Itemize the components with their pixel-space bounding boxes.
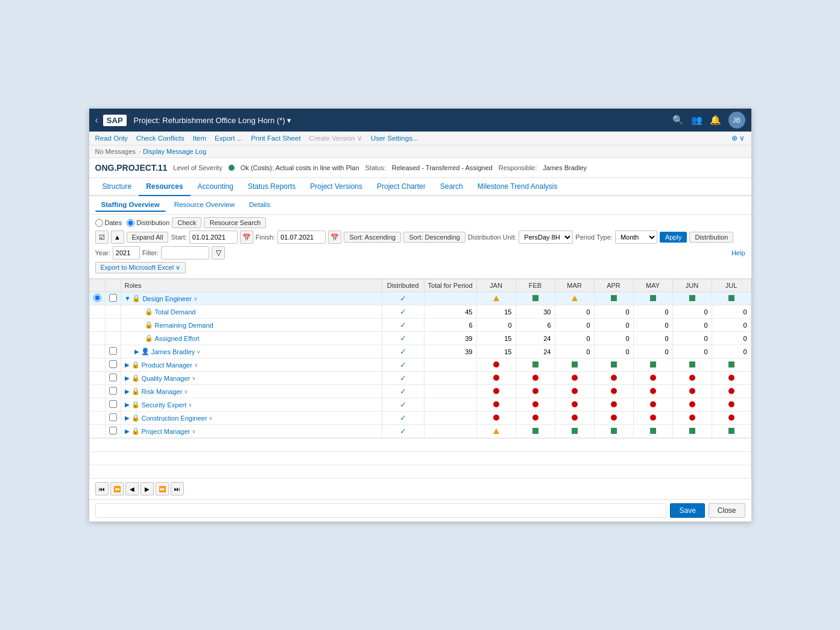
row-checkbox[interactable] xyxy=(109,387,117,395)
export-excel-button[interactable]: Export to Microsoft Excel ∨ xyxy=(95,262,186,273)
bell-icon[interactable]: 🔔 xyxy=(710,115,721,126)
avatar[interactable]: JB xyxy=(728,112,745,129)
filter-input[interactable] xyxy=(161,246,209,259)
subtab-staffing-overview[interactable]: Staffing Overview xyxy=(95,199,166,212)
role-name-link[interactable]: Quality Manager xyxy=(142,375,191,382)
role-name-link[interactable]: Risk Manager xyxy=(142,388,183,395)
next-page-button[interactable]: ▶ xyxy=(141,482,154,495)
row-checkbox[interactable] xyxy=(109,294,117,302)
expand-toggle[interactable]: ▶ xyxy=(134,348,139,355)
distributed-cell[interactable]: ✓ xyxy=(382,345,424,358)
distributed-cell[interactable]: ✓ xyxy=(382,412,424,425)
role-name-link[interactable]: Remaining Demand xyxy=(155,322,213,329)
collapse-icon[interactable]: ▲ xyxy=(111,231,124,244)
subtab-details[interactable]: Details xyxy=(243,199,276,212)
menu-export[interactable]: Export ... xyxy=(215,135,242,142)
row-checkbox[interactable] xyxy=(109,427,117,434)
menu-item[interactable]: Item xyxy=(193,135,206,142)
distributed-cell[interactable]: ✓ xyxy=(382,372,424,385)
tab-accounting[interactable]: Accounting xyxy=(191,178,241,196)
role-name-link[interactable]: Construction Engineer xyxy=(142,415,207,422)
distributed-cell[interactable]: ✓ xyxy=(382,358,424,372)
tab-milestone-trend[interactable]: Milestone Trend Analysis xyxy=(470,178,565,196)
row-checkbox[interactable] xyxy=(109,413,117,421)
row-radio-cell[interactable] xyxy=(89,292,105,305)
prev-page-button[interactable]: ◀ xyxy=(125,482,139,495)
distributed-cell[interactable]: ✓ xyxy=(382,385,424,398)
display-message-log-link[interactable]: · Display Message Log xyxy=(139,148,206,155)
finish-date-input[interactable] xyxy=(277,231,326,244)
role-name-link[interactable]: Total Demand xyxy=(155,308,196,316)
row-checkbox-cell[interactable] xyxy=(105,385,121,398)
sort-descending-button[interactable]: Sort: Descending xyxy=(403,232,465,243)
distributed-cell[interactable]: ✓ xyxy=(382,398,424,412)
role-name-link[interactable]: Security Expert xyxy=(142,401,187,409)
menu-read-only[interactable]: Read Only xyxy=(95,135,128,142)
distributed-cell[interactable]: ✓ xyxy=(382,292,424,305)
period-type-select[interactable]: Month xyxy=(615,231,657,244)
filter-icon[interactable]: ▽ xyxy=(212,246,225,259)
tab-project-versions[interactable]: Project Versions xyxy=(303,178,370,196)
distributed-cell[interactable]: ✓ xyxy=(382,425,424,438)
row-checkbox-cell[interactable] xyxy=(105,398,121,412)
role-name-link[interactable]: Project Manager xyxy=(142,428,191,435)
expand-toggle[interactable]: ▼ xyxy=(125,295,131,302)
calendar-finish-icon[interactable]: 📅 xyxy=(328,231,341,244)
row-checkbox[interactable] xyxy=(109,360,117,368)
expand-toggle[interactable]: ▶ xyxy=(125,388,130,395)
start-date-input[interactable] xyxy=(189,231,238,244)
dist-unit-select[interactable]: PersDay 8H xyxy=(519,231,573,244)
tab-status-reports[interactable]: Status Reports xyxy=(241,178,303,196)
first-page-button[interactable]: ⏮ xyxy=(95,482,109,495)
calendar-start-icon[interactable]: 📅 xyxy=(240,231,253,244)
select-all-icon[interactable]: ☑ xyxy=(95,231,109,244)
role-name-link[interactable]: Product Manager xyxy=(142,361,192,369)
tab-resources[interactable]: Resources xyxy=(139,178,190,196)
distributed-cell[interactable]: ✓ xyxy=(382,319,424,332)
distribution-button[interactable]: Distribution xyxy=(689,232,733,243)
radio-distribution-label[interactable]: Distribution xyxy=(127,219,169,227)
role-name-link[interactable]: Assigned Effort xyxy=(155,335,200,342)
radio-dates-label[interactable]: Dates xyxy=(95,219,122,227)
row-checkbox[interactable] xyxy=(109,374,117,381)
year-input[interactable] xyxy=(113,246,140,259)
tab-search[interactable]: Search xyxy=(433,178,470,196)
radio-distribution[interactable] xyxy=(127,219,134,227)
tab-structure[interactable]: Structure xyxy=(95,178,139,196)
expand-toggle[interactable]: ▶ xyxy=(125,361,130,368)
menu-check-conflicts[interactable]: Check Conflicts xyxy=(136,135,185,142)
last-page-button[interactable]: ⏭ xyxy=(171,482,184,495)
search-icon[interactable]: 🔍 xyxy=(672,115,684,126)
role-name-link[interactable]: James Bradley xyxy=(151,348,195,355)
row-checkbox[interactable] xyxy=(109,347,117,355)
tab-project-charter[interactable]: Project Charter xyxy=(370,178,433,196)
distributed-cell[interactable]: ✓ xyxy=(382,332,424,345)
row-checkbox-cell[interactable] xyxy=(105,358,121,372)
row-checkbox-cell[interactable] xyxy=(105,372,121,385)
radio-dates[interactable] xyxy=(95,219,103,227)
row-checkbox-cell[interactable] xyxy=(105,425,121,438)
help-icon[interactable]: ⊕ ∨ xyxy=(731,134,745,142)
prev-prev-page-button[interactable]: ⏪ xyxy=(110,482,124,495)
expand-toggle[interactable]: ▶ xyxy=(125,415,130,421)
expand-toggle[interactable]: ▶ xyxy=(125,428,130,434)
role-name-link[interactable]: Design Engineer xyxy=(142,295,191,302)
distributed-cell[interactable]: ✓ xyxy=(382,305,424,319)
next-next-page-button[interactable]: ⏩ xyxy=(156,482,169,495)
subtab-resource-overview[interactable]: Resource Overview xyxy=(168,199,241,212)
contacts-icon[interactable]: 👥 xyxy=(691,115,703,126)
save-button[interactable]: Save xyxy=(670,503,704,518)
resource-search-button[interactable]: Resource Search xyxy=(204,217,266,228)
row-checkbox[interactable] xyxy=(109,400,117,408)
menu-user-settings[interactable]: User Settings... xyxy=(371,135,418,142)
row-checkbox-cell[interactable] xyxy=(105,345,121,358)
apply-button[interactable]: Apply xyxy=(660,232,687,243)
row-radio[interactable] xyxy=(93,294,101,302)
menu-print-fact-sheet[interactable]: Print Fact Sheet xyxy=(251,135,300,142)
back-button[interactable]: ‹ xyxy=(95,115,98,126)
help-link[interactable]: Help xyxy=(731,249,745,256)
close-button[interactable]: Close xyxy=(709,503,745,518)
expand-toggle[interactable]: ▶ xyxy=(125,375,130,381)
check-button[interactable]: Check xyxy=(172,217,201,228)
expand-all-button[interactable]: Expand All xyxy=(127,232,169,243)
